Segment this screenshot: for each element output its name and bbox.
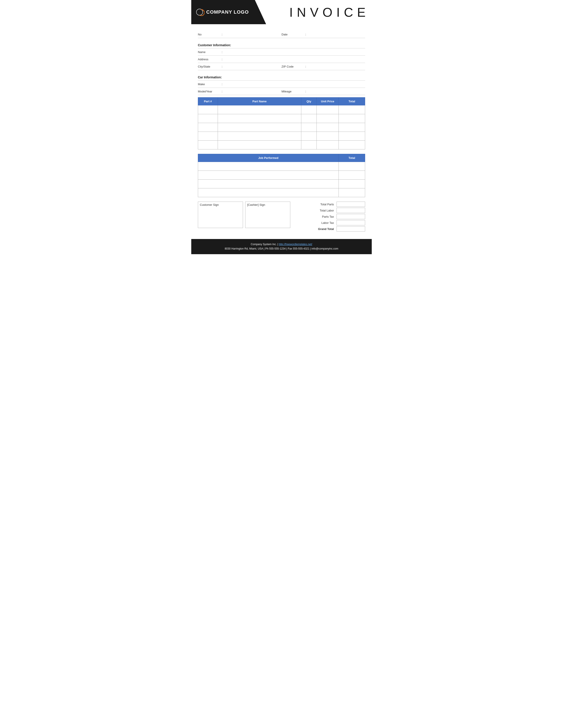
table-row[interactable] [198, 114, 365, 123]
customer-name-value[interactable] [224, 50, 365, 54]
parts-table-header-row: Part # Part Name Qty Unit Price Total [198, 97, 365, 105]
customer-zip-label: ZIP Code [281, 65, 304, 68]
col-qty-header: Qty [301, 97, 317, 105]
car-model-field: Model/Year : [198, 89, 281, 94]
customer-zip-field: ZIP Code : [281, 64, 365, 69]
labor-tax-label: Labor Tax [295, 221, 337, 224]
car-mileage-value[interactable] [308, 89, 365, 94]
parts-table: Part # Part Name Qty Unit Price Total [198, 97, 365, 149]
customer-city-row: City/State : ZIP Code : [198, 63, 365, 70]
footer-company-line: Company System Inc. | http://freewordtem… [193, 242, 370, 246]
footer-address-line: 8030 Harrington Rd, Miami, USA | Ph 555-… [193, 246, 370, 251]
job-table-header-row: Job Performed Total [198, 154, 365, 162]
logo-text: COMPANY LOGO [196, 8, 249, 17]
invoice-date-label: Date [281, 33, 304, 36]
car-make-value[interactable] [224, 82, 365, 86]
invoice-date-value[interactable] [308, 32, 365, 37]
col-job-total-header: Total [339, 154, 365, 162]
customer-name-label: Name [198, 50, 220, 54]
list-item[interactable] [198, 180, 365, 188]
page-header: COMPANY LOGO INVOICE [191, 0, 372, 24]
invoice-no-label: No [198, 33, 220, 36]
bottom-section: Customer Sign [Cashier] Sign Total Parts… [198, 202, 365, 232]
signature-boxes: Customer Sign [Cashier] Sign [198, 202, 290, 228]
car-model-row: Model/Year : Mileage : [198, 88, 365, 95]
list-item[interactable] [198, 171, 365, 180]
car-make-row: Make : [198, 81, 365, 88]
parts-tax-value[interactable] [337, 214, 365, 219]
invoice-no-field: No : [198, 32, 281, 37]
grand-total-row: Grand Total [295, 226, 365, 232]
customer-city-value[interactable] [224, 64, 281, 69]
col-part-header: Part # [198, 97, 218, 105]
customer-address-value[interactable] [224, 57, 365, 61]
page-footer: Company System Inc. | http://freewordtem… [191, 239, 372, 254]
total-parts-row: Total Parts [295, 202, 365, 207]
car-model-label: Model/Year [198, 90, 220, 93]
invoice-no-value[interactable] [224, 32, 281, 37]
logo-section: COMPANY LOGO [191, 0, 266, 24]
list-item[interactable] [198, 162, 365, 171]
total-labor-value[interactable] [337, 208, 365, 213]
total-labor-label: Total Labor [295, 209, 337, 212]
table-row[interactable] [198, 141, 365, 149]
invoice-meta-row: No : Date : [198, 31, 365, 38]
parts-tax-row: Parts Tax [295, 214, 365, 219]
job-table: Job Performed Total [198, 154, 365, 197]
invoice-title: INVOICE [289, 5, 370, 20]
col-total-header: Total [339, 97, 365, 105]
customer-section-header: Customer Information: [198, 42, 365, 48]
car-section-header: Car Information: [198, 74, 365, 81]
logo-icon [196, 8, 204, 17]
table-row[interactable] [198, 105, 365, 114]
table-row[interactable] [198, 132, 365, 141]
customer-city-field: City/State : [198, 64, 281, 69]
customer-sign-label: Customer Sign [200, 203, 219, 206]
total-parts-value[interactable] [337, 202, 365, 207]
grand-total-value[interactable] [337, 226, 365, 232]
col-price-header: Unit Price [317, 97, 339, 105]
parts-tax-label: Parts Tax [295, 215, 337, 218]
car-make-label: Make [198, 83, 220, 86]
invoice-no-colon: : [222, 33, 223, 36]
total-parts-label: Total Parts [295, 203, 337, 206]
main-content: No : Date : Customer Information: Name :… [191, 31, 372, 232]
invoice-date-field: Date : [281, 32, 365, 37]
cashier-sign-label: [Cashier] Sign [247, 203, 265, 206]
list-item[interactable] [198, 188, 365, 197]
customer-zip-value[interactable] [308, 64, 365, 69]
customer-sign-box: Customer Sign [198, 202, 243, 228]
totals-section: Total Parts Total Labor Parts Tax Labor … [295, 202, 365, 232]
customer-address-label: Address [198, 58, 220, 61]
col-name-header: Part Name [218, 97, 301, 105]
invoice-date-colon: : [305, 33, 306, 36]
footer-link[interactable]: http://freewordtemplates.net/ [279, 243, 312, 246]
customer-name-row: Name : [198, 48, 365, 56]
labor-tax-row: Labor Tax [295, 220, 365, 225]
total-labor-row: Total Labor [295, 208, 365, 213]
customer-address-row: Address : [198, 56, 365, 63]
cashier-sign-box: [Cashier] Sign [245, 202, 290, 228]
customer-city-label: City/State [198, 65, 220, 68]
car-mileage-label: Mileage [281, 90, 304, 93]
col-job-header: Job Performed [198, 154, 339, 162]
table-row[interactable] [198, 123, 365, 132]
labor-tax-value[interactable] [337, 220, 365, 225]
invoice-title-section: INVOICE [266, 0, 372, 24]
grand-total-label: Grand Total [295, 227, 337, 231]
car-mileage-field: Mileage : [281, 89, 365, 94]
car-model-value[interactable] [224, 89, 281, 94]
